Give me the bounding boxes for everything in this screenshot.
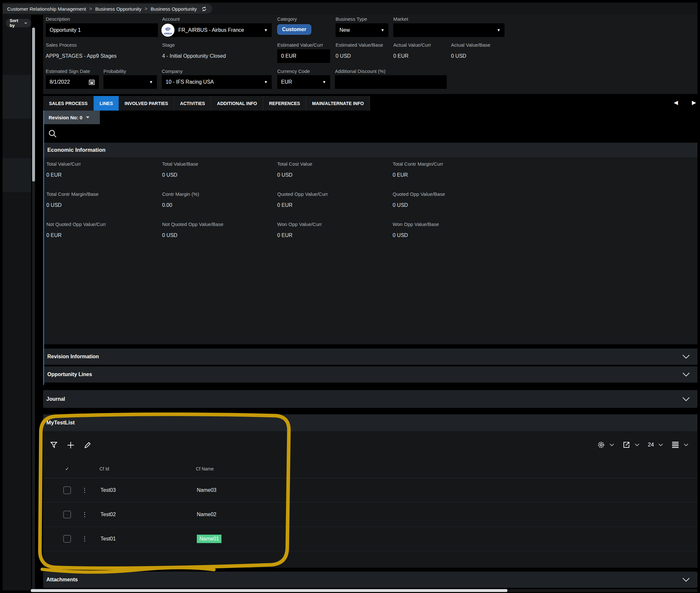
actual-value-curr-value: 0 EUR [393, 53, 409, 59]
breadcrumb-item-business-opportunity[interactable]: Business Opportunity [95, 6, 142, 12]
additional-discount-input[interactable] [335, 75, 447, 89]
business-opportunity-page: Customer Relationship Management > Busin… [0, 0, 700, 593]
chevron-down-icon [24, 22, 27, 24]
economic-information-section: Economic Information Total Value/Curr0 E… [44, 143, 697, 344]
tab-additional-info[interactable]: ADDITIONAL INFO [211, 96, 263, 111]
chevron-down-icon [683, 372, 690, 377]
market-select[interactable]: ▼ [393, 23, 505, 37]
cell-cf-id: Test02 [101, 512, 197, 517]
tab-references[interactable]: REFERENCES [263, 96, 306, 111]
business-type-select[interactable]: New ▼ [336, 23, 388, 37]
my-test-list-toolbar: 24 [43, 431, 697, 460]
chevron-down-icon: ▼ [381, 28, 385, 32]
description-input[interactable]: Opportunity 1 [46, 23, 158, 37]
row-menu-icon[interactable]: ⋮ [81, 535, 88, 543]
left-sidebar: Sort by [3, 15, 31, 590]
rows-layout-control[interactable] [671, 441, 688, 448]
gear-icon[interactable] [597, 441, 605, 449]
tab-activities[interactable]: ACTIVITIES [174, 96, 211, 111]
svg-text:AIRBUS: AIRBUS [164, 32, 172, 35]
cell-cf-id: Test03 [101, 487, 197, 493]
row-checkbox[interactable] [63, 511, 71, 518]
table-settings-control[interactable] [597, 441, 614, 449]
horizontal-scrollbar-thumb[interactable] [31, 589, 507, 592]
market-label: Market [393, 16, 408, 22]
chevron-down-icon [683, 355, 690, 359]
refresh-icon[interactable] [201, 6, 207, 12]
chevron-down-icon: ▼ [497, 28, 501, 32]
export-icon[interactable] [623, 441, 630, 449]
attachments-title: Attachments [46, 577, 78, 583]
sidebar-list-item[interactable] [3, 158, 31, 192]
tab-scroll-right-icon[interactable]: ▶ [692, 99, 696, 106]
breadcrumb-separator: > [89, 6, 92, 11]
table-row[interactable]: ⋮ Test01 Name01 [43, 527, 697, 551]
stage-value: 4 - Initial Oppotunity Closed [162, 53, 226, 59]
estimated-sign-date-value: 8/1/2022 [50, 79, 70, 85]
breadcrumb-item-business-opportunity-page[interactable]: Business Opportunity [150, 6, 197, 12]
revision-selector[interactable]: Revision No: 0 [44, 111, 100, 124]
company-value: 10 - IFS Racing USA [166, 79, 214, 85]
estimated-sign-date-label: Estimated Sign Date [46, 69, 90, 74]
row-menu-icon[interactable]: ⋮ [81, 511, 88, 518]
airbus-logo-icon: AIRBUS [161, 24, 174, 37]
table-row[interactable]: ⋮ Test02 Name02 [43, 503, 697, 527]
econ-field: Total Value/Curr0 EUR [46, 157, 162, 187]
company-select[interactable]: 10 - IFS Racing USA ▼ [162, 75, 272, 89]
row-checkbox[interactable] [63, 535, 71, 543]
edit-icon[interactable] [83, 441, 92, 449]
currency-code-value: EUR [281, 79, 292, 85]
export-control[interactable] [623, 441, 639, 449]
my-test-list-table: ✓ Cf Id Cf Name ⋮ Test03 Name03 ⋮ Test02… [43, 460, 697, 551]
chevron-down-icon [635, 443, 639, 446]
search-icon[interactable] [48, 129, 57, 138]
rows-layout-icon[interactable] [671, 441, 679, 448]
add-icon[interactable] [67, 441, 75, 449]
journal-section-header[interactable]: Journal [43, 390, 697, 408]
currency-code-label: Currency Code [277, 69, 310, 74]
attachments-section-header[interactable]: Attachments [43, 571, 697, 588]
probability-label: Probability [104, 69, 126, 74]
econ-field: Total Contr Margin/Curr0 EUR [393, 157, 697, 187]
column-header-cf-name[interactable]: Cf Name [196, 466, 213, 471]
estimated-sign-date-input[interactable]: 8/1/2022 [46, 75, 99, 89]
vertical-scrollbar-thumb[interactable] [32, 28, 35, 182]
tab-main-alternate-info[interactable]: MAIN/ALTERNATE INFO [306, 96, 370, 111]
additional-discount-label: Additional Discount (%) [335, 69, 386, 74]
row-checkbox[interactable] [63, 486, 71, 494]
tab-lines[interactable]: LINES [94, 96, 119, 111]
row-menu-icon[interactable]: ⋮ [81, 487, 88, 494]
calendar-icon[interactable] [88, 79, 95, 85]
highlighted-cell-cf-name: Name01 [197, 535, 222, 543]
category-label: Category [277, 16, 297, 22]
tab-sales-process[interactable]: SALES PROCESS [43, 96, 94, 111]
company-label: Company [162, 69, 183, 74]
chevron-down-icon [610, 443, 614, 446]
filter-icon[interactable] [50, 441, 58, 449]
economic-information-title: Economic Information [44, 143, 697, 157]
economic-information-grid: Total Value/Curr0 EUR Total Value/Base0 … [44, 157, 697, 248]
account-select[interactable]: FR_AIRBUS - Airbus France ▼ [168, 23, 272, 37]
tab-scroll-left-icon[interactable]: ◀ [674, 99, 678, 106]
column-header-cf-id[interactable]: Cf Id [100, 466, 196, 471]
chevron-down-icon [683, 397, 690, 401]
cell-cf-name: Name02 [197, 512, 216, 517]
probability-select[interactable]: ▼ [104, 75, 157, 89]
econ-field: Quoted Opp Value/Base0 USD [393, 187, 697, 218]
table-row[interactable]: ⋮ Test03 Name03 [43, 478, 697, 503]
currency-code-select[interactable]: EUR ▼ [277, 75, 330, 89]
chevron-down-icon [659, 443, 663, 446]
estimated-value-curr-input[interactable]: 0 EUR [277, 49, 330, 63]
estimated-value-base-value: 0 USD [336, 53, 351, 59]
select-all-check-icon[interactable]: ✓ [63, 466, 71, 472]
revision-information-section-header[interactable]: Revision Information [44, 349, 697, 365]
econ-field: Won Opp Value/Curr0 EUR [277, 218, 393, 248]
page-size-selector[interactable]: 24 [648, 442, 663, 448]
sidebar-list-item[interactable] [3, 75, 31, 119]
sort-by-button[interactable]: Sort by [6, 19, 31, 27]
opportunity-lines-title: Opportunity Lines [47, 371, 92, 378]
opportunity-lines-section-header[interactable]: Opportunity Lines [44, 366, 697, 383]
breadcrumb-item-crm[interactable]: Customer Relationship Management [7, 6, 86, 12]
chevron-down-icon [86, 116, 90, 119]
tab-involved-parties[interactable]: INVOLVED PARTIES [119, 96, 174, 111]
